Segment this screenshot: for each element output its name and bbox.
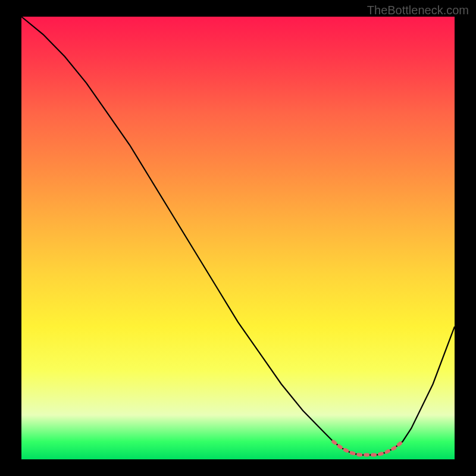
chart-plot-area bbox=[21, 17, 455, 459]
watermark-text: TheBottleneck.com bbox=[367, 4, 469, 17]
chart-svg bbox=[21, 17, 455, 459]
bottleneck-curve-line bbox=[21, 17, 455, 455]
highlight-band-line bbox=[333, 441, 402, 455]
